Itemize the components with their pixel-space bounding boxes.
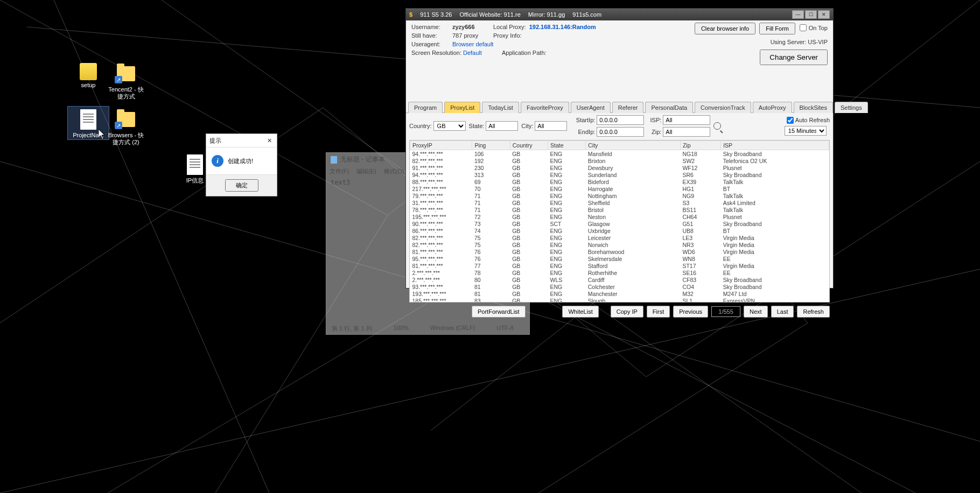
state-label: State: [469,123,485,129]
fill-form-button[interactable]: Fill Form [759,23,795,34]
stillhave-value: 787 proxy [452,32,478,39]
table-row[interactable]: 31.***.***.***71GBENGSheffieldS3Ask4 Lim… [410,199,829,206]
col-proxyip[interactable]: ProxyIP [410,141,472,150]
refresh-interval-select[interactable]: 15 Minutes [785,126,827,136]
info-icon: i [212,155,223,167]
page-indicator: 1/555 [711,306,740,317]
proxy-grid[interactable]: ProxyIPPingCountryStateCityZipISP 94.***… [409,140,830,302]
copy-ip-button[interactable]: Copy IP [611,306,643,318]
col-country[interactable]: Country [510,141,548,150]
previous-button[interactable]: Previous [673,306,708,318]
endip-input[interactable] [597,127,644,137]
country-select[interactable]: GB [433,121,466,131]
table-row[interactable]: 91.***.***.***230GBENGDewsburyWF12Plusne… [410,164,829,171]
tab-proxylist[interactable]: ProxyList [444,102,480,113]
using-server-label: Using Server: US-VIP [771,39,828,45]
tab-blocksites[interactable]: BlockSites [794,102,833,113]
table-row[interactable]: 95.***.***.***76GBENGSkelmersdaleWN8EE [410,255,829,262]
tab-useragent[interactable]: UserAgent [571,102,611,113]
table-row[interactable]: 195.***.***.***72GBENGNestonCH64Plusnet [410,213,829,220]
useragent-value[interactable]: Browser default [452,41,493,47]
on-top-check[interactable]: On Top [800,24,828,31]
startip-input[interactable] [597,115,644,125]
first-button[interactable]: First [647,306,670,318]
on-top-label: On Top [809,25,828,31]
desktop-icon-setup[interactable]: setup [68,61,109,89]
table-row[interactable]: 94.***.***.***106GBENGMansfieldNG18Sky B… [410,150,829,158]
zip-input[interactable] [663,127,710,137]
tab-referer[interactable]: Referer [612,102,644,113]
startip-label: StartIp: [570,117,595,123]
tab-todaylist[interactable]: TodayList [482,102,519,113]
app-window: $ 911 S5 3.26 Official Website: 911.re M… [405,8,834,288]
table-row[interactable]: 82.***.***.***192GBENGBrixtonSW2Telefoni… [410,157,829,164]
maximize-button[interactable]: ☐ [805,10,817,19]
titlebar[interactable]: $ 911 S5 3.26 Official Website: 911.re M… [406,9,833,20]
menu-edit[interactable]: 编辑(E) [356,167,376,175]
tab-bar: ProgramProxyListTodayListFavoriteProxyUs… [406,101,833,113]
portforwardlist-button[interactable]: PortForwardList [472,306,526,318]
resolution-value[interactable]: Default [463,50,482,56]
icon-label: Browsers - 快捷方式 (2) [104,131,148,146]
change-server-button[interactable]: Change Server [760,50,828,65]
localproxy-value[interactable]: 192.168.31.146:Random [529,24,596,30]
col-zip[interactable]: Zip [680,141,720,150]
table-row[interactable]: 86.***.***.***74GBENGUxbridgeUB8BT [410,227,829,234]
table-row[interactable]: 217.***.***.***70GBENGHarrogateHG1BT [410,185,829,192]
close-icon[interactable]: ✕ [265,136,274,145]
status-pos: 第 1 行, 第 1 列 [332,325,372,333]
table-row[interactable]: 90.***.***.***73GBSCTGlasgowG51Sky Broad… [410,220,829,227]
titlebar-mirror: Mirror: 911.gg [528,11,565,18]
table-row[interactable]: 88.***.***.***69GBENGBidefordEX39TalkTal… [410,178,829,185]
isp-input[interactable] [663,115,710,125]
clear-browser-info-button[interactable]: Clear browser info [695,23,755,34]
menu-format[interactable]: 格式(O) [384,167,404,175]
close-button[interactable]: ✕ [818,10,830,19]
table-row[interactable]: 81.***.***.***76GBENGBorehamwoodWD6Virgi… [410,248,829,255]
ok-button[interactable]: 确定 [225,179,258,192]
col-isp[interactable]: ISP [721,141,829,150]
tab-autoproxy[interactable]: AutoProxy [753,102,792,113]
table-row[interactable]: 79.***.***.***71GBENGNottinghamNG9TalkTa… [410,192,829,199]
isp-label: ISP: [647,117,661,123]
tab-personaldata[interactable]: PersonalData [645,102,693,113]
tab-favoriteproxy[interactable]: FavoriteProxy [521,102,569,113]
on-top-checkbox[interactable] [800,24,807,31]
minimize-button[interactable]: — [792,10,804,19]
country-label: Country: [409,123,432,129]
tab-program[interactable]: Program [408,102,443,113]
next-button[interactable]: Next [744,306,768,318]
table-row[interactable]: 82.***.***.***75GBENGNorwichNR3Virgin Me… [410,241,829,248]
table-row[interactable]: 93.***.***.***81GBENGColchesterCO4Sky Br… [410,283,829,290]
last-button[interactable]: Last [771,306,794,318]
localproxy-label: Local Proxy: [493,24,526,30]
table-row[interactable]: 82.***.***.***75GBENGLeicesterLE3Virgin … [410,234,829,241]
refresh-button[interactable]: Refresh [797,306,830,318]
tab-settings[interactable]: Settings [835,102,868,113]
col-ping[interactable]: Ping [472,141,510,150]
auto-refresh-checkbox[interactable] [787,117,794,124]
info-panel: Username: Still have: Useragent: Screen … [406,20,833,100]
state-input[interactable] [486,121,518,131]
app-name: 911 S5 3.26 [420,11,452,18]
table-row[interactable]: 2.***.***.***80GBWLSCardiffCF83Sky Broad… [410,276,829,283]
table-row[interactable]: 94.***.***.***313GBENGSunderlandSR6Sky B… [410,171,829,178]
dialog-titlebar[interactable]: 提示 ✕ [206,134,277,147]
search-icon[interactable] [713,122,721,130]
table-row[interactable]: 2.***.***.***78GBENGRotherhitheSE16EE [410,269,829,276]
whitelist-button[interactable]: WhiteList [562,306,598,318]
tab-conversiontrack[interactable]: ConversionTrack [695,102,751,113]
col-state[interactable]: State [548,141,585,150]
svg-line-9 [485,269,915,493]
desktop-icon-browsers[interactable]: ↗ Browsers - 快捷方式 (2) [104,107,148,146]
table-row[interactable]: 81.***.***.***77GBENGStaffordST17Virgin … [410,262,829,269]
alert-dialog: 提示 ✕ i 创建成功! 确定 [206,133,277,196]
city-input[interactable] [535,121,567,131]
table-row[interactable]: 193.***.***.***81GBENGManchesterM32M247 … [410,290,829,297]
menu-file[interactable]: 文件(F) [330,167,349,175]
auto-refresh-label: Auto Refresh [795,117,830,123]
col-city[interactable]: City [586,141,681,150]
table-row[interactable]: 78.***.***.***71GBENGBristolBS11TalkTalk [410,206,829,213]
table-row[interactable]: 185.***.***.***83GBENGSloughSL1ExpressVP… [410,297,829,302]
desktop-icon-tencent2[interactable]: ↗ Tencent2 - 快捷方式 [104,61,148,101]
